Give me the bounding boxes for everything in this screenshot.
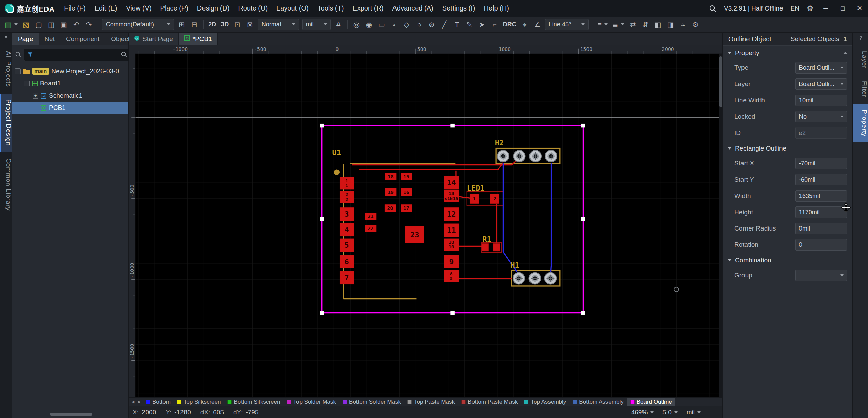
tree-item-new-project-2026-03-03-1[interactable]: −mainNew Project_2026-03-03_1 (12, 65, 128, 77)
angle-tool-button[interactable]: ∠ (531, 18, 543, 31)
ratsnest-button[interactable]: ⊟ (188, 18, 200, 31)
collapse-icon[interactable]: − (24, 81, 30, 86)
tab-page[interactable]: Page (12, 33, 39, 45)
select-area-button[interactable]: ▫ (388, 18, 400, 31)
chevron-up-icon[interactable] (843, 52, 848, 54)
line-tool-button[interactable]: ╱ (438, 18, 450, 31)
grid-view-button[interactable]: ⊞ (176, 18, 188, 31)
new-design-button[interactable]: ▤ (3, 18, 20, 31)
pin-icon[interactable] (4, 36, 8, 42)
tab-net[interactable]: Net (39, 33, 60, 45)
polygon-tool-button[interactable]: ◇ (401, 18, 413, 31)
tree-item-pcb1[interactable]: PCB1 (12, 102, 128, 114)
save-button[interactable]: ▣ (58, 18, 70, 31)
toolbar-settings-button[interactable]: ⚙ (690, 18, 702, 31)
dock-right-button[interactable]: ◨ (664, 18, 677, 31)
vertical-scrollbar[interactable] (719, 54, 722, 397)
menu-route-u[interactable]: Route (U) (234, 0, 272, 17)
layer-bottom-assembly[interactable]: Bottom Assembly (570, 398, 626, 406)
section-header-combination[interactable]: Combination (723, 253, 852, 267)
group-select[interactable] (795, 270, 847, 281)
via-button[interactable]: ◎ (350, 18, 363, 31)
doc-tab-start-page[interactable]: Start Page (129, 33, 179, 45)
menu-layout-o[interactable]: Layout (O) (272, 0, 313, 17)
minimize-button[interactable]: ─ (817, 0, 834, 17)
menu-view-v[interactable]: View (V) (121, 0, 156, 17)
rotation-input[interactable]: 0 (795, 239, 847, 251)
dock-left-button[interactable]: ◧ (652, 18, 664, 31)
new-file-button[interactable]: ▢ (33, 18, 45, 31)
pin-icon[interactable] (858, 36, 863, 42)
rect-tool-button[interactable]: ▭ (375, 18, 388, 31)
layer-top-silkscreen[interactable]: Top Silkscreen (174, 398, 224, 406)
redo-button[interactable]: ↷ (83, 18, 95, 31)
menu-export-r[interactable]: Export (R) (348, 0, 388, 17)
line-mode-select[interactable]: Line 45° (545, 19, 589, 30)
undo-button[interactable]: ↶ (70, 18, 82, 31)
corner-tool-button[interactable]: ⌐ (488, 18, 501, 31)
scrollbar-thumb[interactable] (50, 413, 92, 416)
close-button[interactable]: ✕ (851, 0, 868, 17)
measure-button[interactable]: ⌖ (519, 18, 531, 31)
menu-settings-i[interactable]: Settings (I) (438, 0, 480, 17)
view-2d-button[interactable]: 2D (206, 18, 218, 31)
layer-select[interactable]: Board Outli... (795, 78, 847, 90)
mirror-horizontal-button[interactable]: ⇄ (627, 18, 639, 31)
menu-place-p[interactable]: Place (P) (156, 0, 193, 17)
filter-funnel-icon[interactable] (27, 52, 33, 59)
horizontal-scrollbar[interactable] (14, 412, 126, 417)
section-header-rectangle-outline[interactable]: Rectangle Outline (723, 141, 852, 155)
pcb-canvas-svg[interactable]: 1122345671413$1N151211101098818151916201… (129, 45, 722, 397)
doc-tab-pcb1[interactable]: *PCB1 (179, 33, 218, 45)
height-input[interactable]: 1170mil (795, 206, 847, 218)
tree-item-board1[interactable]: −Board1 (12, 77, 128, 89)
search-icon[interactable] (15, 51, 21, 59)
search-input[interactable] (35, 51, 118, 59)
layer-bottom-paste-mask[interactable]: Bottom Paste Mask (458, 398, 521, 406)
menu-design-d[interactable]: Design (D) (193, 0, 234, 17)
next-layers-icon[interactable]: ▶ (136, 400, 142, 404)
pad-button[interactable]: ◉ (363, 18, 375, 31)
mirror-vertical-button[interactable]: ⇵ (639, 18, 652, 31)
keepout-button[interactable]: ⊘ (426, 18, 438, 31)
type-select[interactable]: Board Outli... (795, 62, 847, 74)
grid-toggle-button[interactable]: # (332, 18, 345, 31)
expand-icon[interactable]: + (33, 93, 38, 99)
layer-bottom[interactable]: Bottom (143, 398, 174, 406)
corner-radius-input[interactable]: 0mil (795, 223, 847, 234)
start-x-input[interactable]: -70mil (795, 158, 847, 169)
settings-gear-icon[interactable]: ⚙ (803, 0, 817, 17)
line-width-input[interactable]: 10mil (795, 95, 847, 106)
start-y-input[interactable]: -60mil (795, 174, 847, 185)
grid-size-select[interactable]: 5.0 (662, 409, 677, 416)
tab-component[interactable]: Component (60, 33, 105, 45)
route-tool-button[interactable]: ➤ (476, 18, 488, 31)
search-submit-icon[interactable] (121, 51, 127, 59)
locked-select[interactable]: No (795, 111, 847, 122)
menu-edit-e[interactable]: Edit (E) (90, 0, 122, 17)
copy-file-button[interactable]: ◫ (45, 18, 57, 31)
open-project-button[interactable]: ▧ (20, 18, 32, 31)
maximize-button[interactable]: □ (834, 0, 851, 17)
width-input[interactable]: 1635mil (795, 190, 847, 202)
strip-common-library[interactable]: Common Library (0, 153, 12, 216)
ratline-mode-select[interactable]: Normal ... (258, 19, 299, 30)
strip-project-design[interactable]: Project Design (0, 94, 12, 152)
scrollbar-thumb[interactable] (719, 56, 722, 107)
distribute-button[interactable]: ≣ (610, 18, 626, 31)
menu-tools-t[interactable]: Tools (T) (313, 0, 348, 17)
layer-bottom-solder-mask[interactable]: Bottom Solder Mask (340, 398, 404, 406)
tree-item-schematic1[interactable]: +Schematic1 (12, 89, 128, 102)
layer-top-paste-mask[interactable]: Top Paste Mask (404, 398, 458, 406)
zoom-area-button[interactable]: ⊡ (231, 18, 244, 31)
strip-layer[interactable]: Layer (853, 45, 868, 74)
align-button[interactable]: ≡ (596, 18, 610, 31)
wave-check-button[interactable]: ≈ (677, 18, 689, 31)
pcb-canvas[interactable]: 1122345671413$1N151211101098818151916201… (129, 45, 722, 397)
text-tool-button[interactable]: T (451, 18, 463, 31)
strip-all-projects[interactable]: All Projects (0, 45, 12, 93)
layer-bottom-silkscreen[interactable]: Bottom Silkscreen (224, 398, 283, 406)
strip-filter[interactable]: Filter (853, 76, 868, 103)
section-header-property[interactable]: Property (723, 45, 852, 60)
pen-tool-button[interactable]: ✎ (463, 18, 476, 31)
